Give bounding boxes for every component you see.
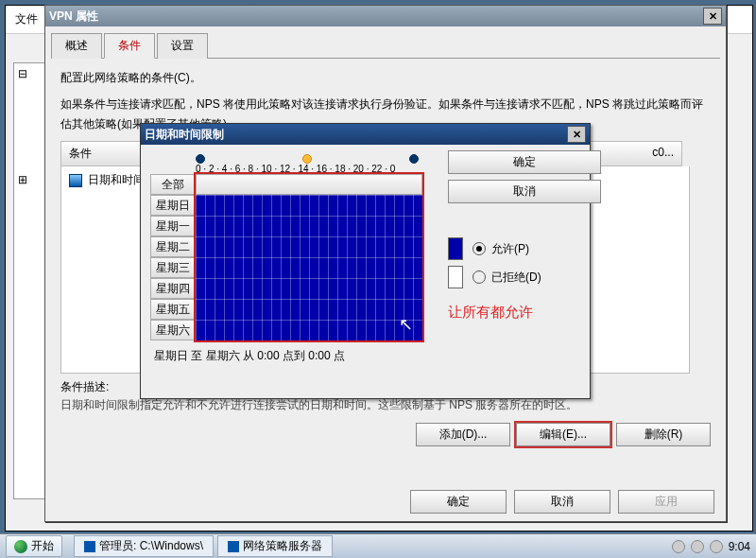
day-thu[interactable]: 星期四 xyxy=(150,278,196,299)
tray-icon[interactable] xyxy=(672,540,685,553)
desc-1: 配置此网络策略的条件(C)。 xyxy=(60,68,711,87)
col-condition[interactable]: 条件 xyxy=(69,146,145,162)
tray-icon[interactable] xyxy=(710,540,723,553)
day-mon[interactable]: 星期一 xyxy=(150,216,196,236)
dt-title: 日期和时间限制 xyxy=(145,127,224,143)
day-tue[interactable]: 星期二 xyxy=(150,236,196,257)
tray-icon[interactable] xyxy=(691,540,704,553)
dt-ok-button[interactable]: 确定 xyxy=(448,150,601,174)
task-admin[interactable]: 管理员: C:\Windows\ xyxy=(74,535,214,557)
radio-permit[interactable]: 允许(P) xyxy=(448,237,580,260)
task-nps[interactable]: 网络策略服务器 xyxy=(217,535,333,557)
tab-settings[interactable]: 设置 xyxy=(157,33,208,59)
tray: 9:04 xyxy=(672,540,750,553)
daytime-dialog: 日期和时间限制 ✕ 0 · 2 · 4 · 6 · 8 · 10 · 12 · … xyxy=(140,123,591,399)
cursor-icon: ↖ xyxy=(399,314,413,335)
taskbar: 开始 管理员: C:\Windows\ 网络策略服务器 9:04 xyxy=(0,533,756,558)
apply-button[interactable]: 应用 xyxy=(618,490,714,514)
remove-button[interactable]: 删除(R) xyxy=(616,423,711,446)
start-button[interactable]: 开始 xyxy=(6,535,62,557)
annotation: 让所有都允许 xyxy=(448,304,580,322)
tabrow: 概述 条件 设置 xyxy=(51,32,720,59)
start-orb-icon xyxy=(14,540,27,553)
day-all[interactable]: 全部 xyxy=(150,174,196,195)
cond-desc: 日期和时间限制指定允许和不允许进行连接尝试的日期和时间。这些限制基于 NPS 服… xyxy=(60,397,711,413)
tab-conditions[interactable]: 条件 xyxy=(104,33,155,59)
close-icon[interactable]: ✕ xyxy=(703,8,722,25)
tab-overview[interactable]: 概述 xyxy=(51,33,102,59)
close-icon[interactable]: ✕ xyxy=(567,126,586,143)
calendar-icon xyxy=(69,174,82,187)
day-sun[interactable]: 星期日 xyxy=(150,195,196,216)
day-sat[interactable]: 星期六 xyxy=(150,320,196,340)
dialog-title: VPN 属性 xyxy=(49,9,98,25)
time-grid[interactable]: ↖ xyxy=(196,174,422,340)
dt-titlebar: 日期和时间限制 ✕ xyxy=(141,124,590,145)
item-name: 日期和时间 xyxy=(88,172,145,188)
dt-status: 星期日 至 星期六 从 0:00 点到 0:00 点 xyxy=(154,348,580,364)
dialog-titlebar: VPN 属性 ✕ xyxy=(45,6,726,26)
ok-button[interactable]: 确定 xyxy=(410,490,507,514)
radio-deny[interactable]: 已拒绝(D) xyxy=(448,266,580,288)
day-fri[interactable]: 星期五 xyxy=(150,299,196,320)
add-button[interactable]: 添加(D)... xyxy=(416,423,510,446)
menu-file[interactable]: 文件 xyxy=(15,12,38,26)
edit-button[interactable]: 编辑(E)... xyxy=(516,423,610,446)
dt-cancel-button[interactable]: 取消 xyxy=(448,180,601,203)
clock[interactable]: 9:04 xyxy=(729,540,750,553)
day-wed[interactable]: 星期三 xyxy=(150,257,196,278)
cancel-button[interactable]: 取消 xyxy=(514,490,610,514)
tree-panel: ⊟ ⊞ xyxy=(13,62,48,499)
